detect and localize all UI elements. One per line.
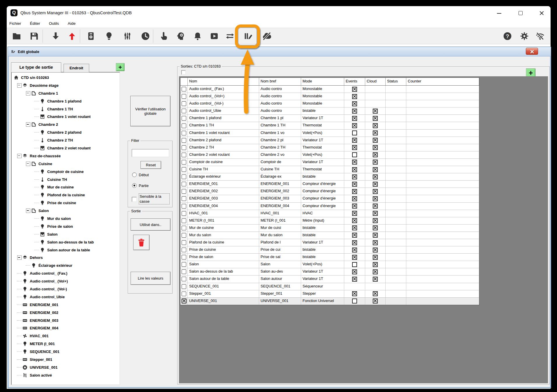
row-select-checkbox[interactable] <box>182 204 186 209</box>
events-checkbox-checked[interactable] <box>352 160 357 165</box>
table-row[interactable]: Mur de cuisineMur de cuisibistable <box>180 225 479 232</box>
tree-item[interactable]: UNIVERSE_001 <box>12 363 120 371</box>
cloud-checkbox-checked[interactable] <box>373 299 378 303</box>
tree-expander[interactable] <box>26 162 30 166</box>
dialog-close-button[interactable] <box>526 48 538 55</box>
radio-partie-circle[interactable] <box>132 183 137 188</box>
tree-item[interactable]: Chambre 1 <box>12 89 120 97</box>
row-select-checkbox[interactable] <box>182 160 186 165</box>
table-row[interactable]: ENERGIEM_001ENERGIEM_001Compteur d'énerg… <box>180 181 479 188</box>
menu-aide[interactable]: Aide <box>67 20 76 27</box>
events-checkbox-unchecked[interactable] <box>352 130 357 135</box>
events-checkbox-checked[interactable] <box>352 248 357 252</box>
events-checkbox-unchecked[interactable] <box>352 262 357 267</box>
table-row[interactable]: HVAC_001HVAC_001HVAC <box>180 210 479 217</box>
cloud-checkbox-checked[interactable] <box>373 204 378 209</box>
column-header-nom[interactable]: Nom <box>188 78 259 85</box>
tree-item[interactable]: Salon autour de la table <box>12 246 120 254</box>
toolbar-video-play-button[interactable] <box>209 31 220 42</box>
toolbar-touch-control-button[interactable] <box>158 31 169 42</box>
tree-item[interactable]: Cuisine TH <box>12 176 120 183</box>
tree-expander[interactable] <box>26 122 30 127</box>
table-row[interactable]: ENERGIEM_004ENERGIEM_004Compteur d'énerg… <box>180 203 479 210</box>
events-checkbox-checked[interactable] <box>352 211 357 216</box>
table-row[interactable]: Audio control_ (Fav.)Audio controMonosta… <box>180 86 479 93</box>
row-select-checkbox[interactable] <box>182 182 186 186</box>
events-checkbox-checked[interactable] <box>352 269 357 274</box>
toolbar-upload-button[interactable] <box>66 31 78 42</box>
cloud-checkbox-checked[interactable] <box>373 225 378 230</box>
used-in-button[interactable]: Utilisé dans.. <box>131 218 171 231</box>
tree-item[interactable]: Mur de cuisine <box>12 183 120 191</box>
table-row[interactable]: Salon autour de la tableSalon autourVari… <box>180 276 479 283</box>
row-select-checkbox[interactable] <box>182 284 186 289</box>
events-checkbox-unchecked[interactable] <box>352 152 357 157</box>
tree-item[interactable]: Comptoir de cuisine <box>12 168 120 176</box>
events-checkbox-checked[interactable] <box>352 101 357 106</box>
row-select-checkbox[interactable] <box>182 299 187 303</box>
tree-item[interactable]: ENERGIEM_003 <box>12 317 120 324</box>
tree-item[interactable]: Chambre 2 TH <box>12 136 120 144</box>
events-checkbox-checked[interactable] <box>352 225 357 230</box>
tree-item[interactable]: Salon <box>12 207 120 215</box>
filter-input[interactable] <box>132 149 169 157</box>
table-row[interactable]: UNIVERSE_001UNIVERSE_001Fonction Univers… <box>180 298 479 305</box>
table-row[interactable]: Salon au-dessus de la tabSalon au-desVar… <box>180 268 479 276</box>
menu-fichier[interactable]: Fichier <box>9 20 22 27</box>
table-row[interactable]: Cuisine THCuisine THThermostat <box>180 166 479 173</box>
cloud-checkbox-checked[interactable] <box>373 277 378 282</box>
events-checkbox-checked[interactable] <box>352 94 357 99</box>
tree-item[interactable]: Dehors <box>12 254 120 262</box>
tree-item[interactable]: Prise de cuisine <box>12 199 120 207</box>
cloud-checkbox-checked[interactable] <box>373 218 378 223</box>
events-checkbox-checked[interactable] <box>352 182 357 187</box>
cloud-checkbox-checked[interactable] <box>373 152 378 157</box>
cloud-checkbox-checked[interactable] <box>373 138 378 143</box>
events-checkbox-checked[interactable] <box>352 233 357 238</box>
events-checkbox-checked[interactable] <box>352 116 357 121</box>
cloud-checkbox-checked[interactable] <box>373 262 378 267</box>
events-checkbox-checked[interactable] <box>352 167 357 172</box>
events-checkbox-unchecked[interactable] <box>352 299 357 303</box>
toolbar-module-scan-button[interactable] <box>85 31 96 42</box>
tree-item[interactable]: SEQUENCE_001 <box>12 348 120 356</box>
column-header-status[interactable]: Status <box>386 78 406 85</box>
row-select-checkbox[interactable] <box>182 262 186 267</box>
events-checkbox-checked[interactable] <box>352 138 357 143</box>
row-select-checkbox[interactable] <box>182 109 186 113</box>
column-header-counter[interactable]: Counter <box>406 78 479 85</box>
tree-item[interactable]: Éclairage extérieur <box>12 262 120 269</box>
toolbar-open-folder-button[interactable] <box>11 31 22 42</box>
tree-item[interactable]: Salon activé <box>12 371 120 379</box>
tree-item[interactable]: ENERGIEM_002 <box>12 309 120 317</box>
row-select-checkbox[interactable] <box>182 233 186 238</box>
toolbar-network-off-button[interactable] <box>535 31 546 42</box>
table-row[interactable]: SalonSalonVolet(+Pos) <box>180 261 479 268</box>
column-header-events[interactable]: Events <box>344 78 365 85</box>
cloud-checkbox-checked[interactable] <box>373 167 378 172</box>
cloud-checkbox-checked[interactable] <box>373 160 378 165</box>
table-row[interactable]: Chambre 1 volet roulantChambre 1 voVolet… <box>180 130 479 137</box>
row-select-checkbox[interactable] <box>182 255 186 259</box>
cloud-checkbox-checked[interactable] <box>373 130 378 135</box>
events-checkbox-checked[interactable] <box>352 240 357 245</box>
events-checkbox-checked[interactable] <box>352 189 357 194</box>
tree-expander[interactable] <box>26 91 30 96</box>
row-select-checkbox[interactable] <box>182 248 186 252</box>
table-row[interactable]: Mur du salonMur du salonbistable <box>180 232 479 239</box>
menu-outils[interactable]: Outils <box>48 20 60 27</box>
cloud-checkbox-checked[interactable] <box>373 211 378 216</box>
table-row[interactable]: Chambre 1 THChambre 1 THThermostat <box>180 122 479 129</box>
table-row[interactable]: Chambre 2 plafondChambre 2 plVariateur 1… <box>180 137 479 144</box>
events-checkbox-checked[interactable] <box>352 204 357 209</box>
toolbar-swap-arrows-button[interactable] <box>224 31 236 42</box>
toolbar-smart-head-button[interactable] <box>175 31 187 42</box>
toolbar-save-button[interactable] <box>29 31 40 42</box>
tree-item[interactable]: Audio control_ (Vol+) <box>12 277 120 285</box>
cloud-checkbox-checked[interactable] <box>373 189 378 194</box>
cloud-checkbox-checked[interactable] <box>373 233 378 238</box>
events-checkbox-checked[interactable] <box>352 277 357 282</box>
tree-item[interactable]: Plafond de la cuisine <box>12 191 120 199</box>
table-row[interactable]: Audio control_UbieAudio controbistable <box>180 107 479 115</box>
table-row[interactable]: ENERGIEM_003ENERGIEM_003Compteur d'énerg… <box>180 195 479 202</box>
